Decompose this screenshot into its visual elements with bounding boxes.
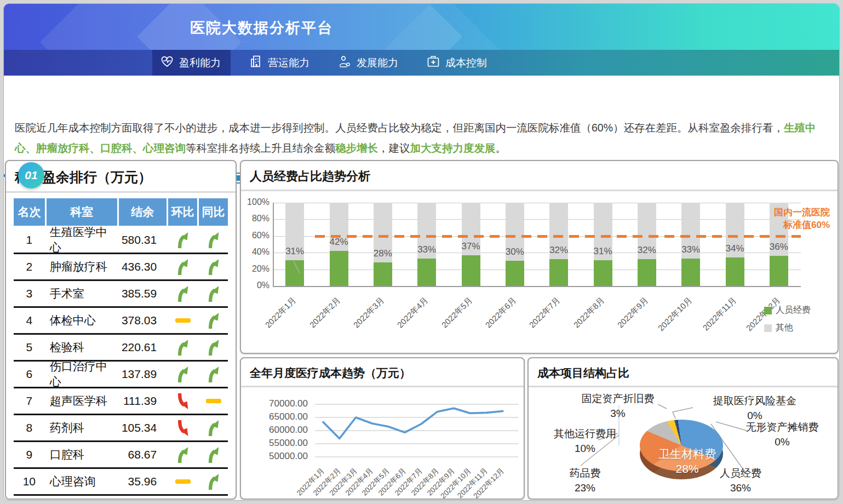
monthly-cost-trend-panel: 全年月度医疗成本趋势（万元） 70000.0065000.0060000.005… — [240, 357, 525, 500]
rank-cell: 2 — [14, 260, 45, 273]
slice-pct: 36% — [689, 480, 793, 495]
table-row: 9口腔科68.67 — [14, 442, 228, 469]
nav-bar: 盈利能力营运能力发展能力成本控制 — [4, 50, 839, 76]
trend-line — [323, 408, 503, 438]
banner — [4, 4, 839, 50]
table-row: 8药剂科105.34 — [14, 415, 228, 442]
bar-data-label: 32% — [630, 245, 663, 256]
bar-staff-expense — [285, 260, 304, 286]
column-header-1: 科室 — [47, 198, 117, 226]
nav-tab-3[interactable]: 发展能力 — [330, 50, 408, 76]
up-arrow-icon — [199, 446, 228, 463]
y-axis-label: 20% — [242, 264, 269, 274]
up-arrow-icon — [168, 285, 197, 302]
value-cell: 35.96 — [119, 475, 167, 488]
bar-data-label: 42% — [323, 237, 355, 248]
column-header-2: 结余 — [119, 198, 167, 226]
bar-staff-expense — [330, 251, 348, 286]
y-axis-label: 0% — [242, 280, 269, 290]
rank-cell: 8 — [14, 421, 45, 434]
y-axis-label: 60% — [242, 231, 269, 240]
reference-label-line1: 国内一流医院 — [774, 206, 830, 219]
x-axis-label: 2022年2月 — [301, 295, 343, 337]
ranking-table: 名次科室结余环比同比 1生殖医学中心580.312肿瘤放疗科436.303手术室… — [14, 198, 228, 496]
legend-label: 其他 — [776, 322, 793, 334]
y-axis-label: 40% — [242, 247, 269, 257]
y-axis-label: 80% — [242, 214, 269, 224]
dept-cell: 生殖医学中心 — [47, 225, 117, 255]
value-cell: 436.30 — [119, 260, 167, 273]
up-arrow-icon — [199, 259, 228, 276]
rank-cell: 4 — [14, 314, 45, 327]
bar-staff-expense — [726, 257, 744, 286]
legend-swatch — [764, 324, 772, 332]
up-arrow-icon — [168, 339, 197, 356]
rank-cell: 10 — [14, 475, 45, 488]
nav-tab-4[interactable]: 成本控制 — [418, 50, 497, 76]
reference-label: 国内一流医院标准值60% — [774, 206, 830, 231]
x-axis-label: 2022年4月 — [389, 295, 431, 337]
legend-item-0: 人员经费 — [764, 305, 811, 316]
bar-staff-expense — [594, 260, 612, 286]
table-row: 2肿瘤放疗科436.30 — [14, 254, 228, 281]
bar-staff-expense — [462, 255, 480, 286]
column-header-4: 同比 — [199, 198, 228, 226]
bar-data-label: 32% — [542, 245, 575, 256]
nav-tab-label: 成本控制 — [445, 56, 487, 70]
nav-tab-1[interactable]: 盈利能力 — [152, 50, 231, 76]
bar-data-label: 28% — [366, 248, 399, 259]
pie-chart: 人员经费36%卫生材料费28%药品费23%其他运行费用10%固定资产折旧费3%提… — [529, 383, 838, 500]
x-axis-label: 2022年10月 — [653, 295, 695, 337]
dept-surplus-ranking-panel: 科室盈余排行（万元） 名次科室结余环比同比 1生殖医学中心580.312肿瘤放疗… — [5, 160, 237, 500]
bar-data-label: 33% — [674, 244, 707, 255]
up-arrow-icon — [199, 339, 228, 356]
gridline — [273, 219, 801, 220]
slice-name: 无形资产摊销费 — [730, 420, 834, 434]
bar-data-label: 34% — [719, 243, 752, 254]
table-row: 6伤口治疗中心137.89 — [14, 362, 228, 388]
y-axis-line — [273, 203, 274, 286]
summary-highlight: 加大支持力度发展 — [410, 142, 496, 154]
legend-label: 人员经费 — [776, 305, 811, 316]
ranking-table-header: 名次科室结余环比同比 — [14, 198, 228, 226]
value-cell: 378.03 — [119, 314, 167, 327]
pie-category-label: 药品费23% — [533, 466, 637, 495]
legend-swatch — [764, 307, 772, 314]
up-arrow-icon — [168, 366, 197, 383]
x-axis-label: 2022年11月 — [697, 295, 739, 337]
nav-tab-label: 营运能力 — [268, 56, 309, 70]
summary-segment: 医院近几年成本控制方面取得了不小的进步，成本进一步得到控制。人员经费占比较为稳定… — [15, 122, 784, 134]
bar-staff-expense — [374, 262, 392, 286]
up-arrow-icon — [168, 446, 197, 463]
rank-cell: 7 — [14, 394, 45, 408]
rank-cell: 6 — [14, 368, 45, 381]
gridline — [273, 270, 801, 270]
summary-highlight: 稳步增长 — [335, 142, 378, 154]
slice-pct: 23% — [533, 480, 637, 495]
dept-cell: 手术室 — [47, 286, 117, 301]
nav-tab-2[interactable]: 营运能力 — [241, 50, 319, 76]
summary-segment: ，建议 — [378, 142, 410, 154]
dashboard: 医院大数据分析平台 盈利能力营运能力发展能力成本控制 01 成本控制 医院近几年… — [3, 3, 840, 501]
column-header-3: 环比 — [168, 198, 197, 226]
rank-cell: 1 — [14, 233, 45, 247]
x-axis-label: 2022年1月 — [257, 295, 299, 337]
staff-expense-trend-panel: 人员经费占比趋势分析 100%80%60%40%20%0%31%2022年1月4… — [240, 160, 839, 354]
summary-segment: 。 — [496, 142, 507, 154]
table-row: 1生殖医学中心580.31 — [14, 227, 228, 254]
slice-pct: 0% — [730, 434, 834, 449]
bar-staff-expense — [506, 261, 524, 286]
value-cell: 137.89 — [119, 368, 167, 381]
first-aid-icon — [426, 54, 440, 71]
value-cell: 105.34 — [119, 421, 167, 434]
gridline — [273, 203, 801, 203]
pie-category-label: 提取医疗风险基金0% — [703, 393, 807, 423]
up-arrow-icon — [199, 312, 228, 329]
ranking-table-body: 1生殖医学中心580.312肿瘤放疗科436.303手术室385.594体检中心… — [14, 227, 228, 496]
up-arrow-icon — [168, 259, 197, 276]
dept-cell: 体检中心 — [47, 313, 117, 328]
bar-data-label: 36% — [762, 242, 795, 253]
section-number-badge: 01 — [18, 162, 44, 188]
dept-cell: 伤口治疗中心 — [47, 359, 117, 390]
building-icon — [249, 54, 263, 71]
